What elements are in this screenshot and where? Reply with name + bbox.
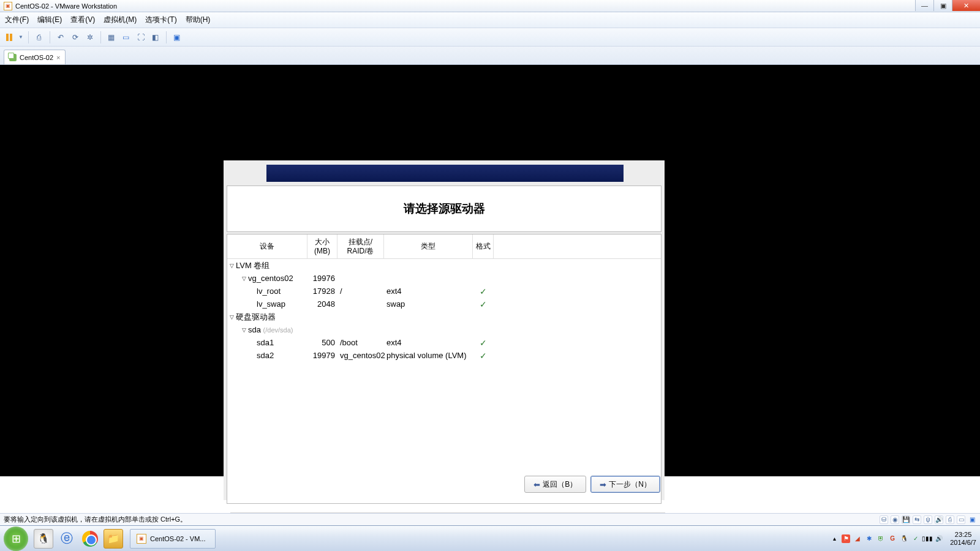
col-type[interactable]: 类型 [384, 234, 473, 258]
group-hdd[interactable]: ▽硬盘驱动器 [227, 310, 661, 323]
expand-icon[interactable]: ▽ [239, 276, 248, 282]
row-lv-swap[interactable]: lv_swap 2048 swap ✓ [227, 298, 661, 310]
menu-file[interactable]: 文件(F) [5, 15, 29, 25]
sound-icon[interactable]: 🔊 [935, 515, 943, 524]
size-value: 500 [307, 338, 337, 347]
next-arrow-icon: ➡ [600, 480, 606, 489]
type-value: swap [384, 299, 473, 309]
back-label: 返回（B） [543, 479, 577, 490]
installer-banner [266, 165, 624, 182]
windows-taskbar: ⊞ 🐧 ⓔ 📁 ▣ CentOS-02 - VM... ▴ ⚑ ◢ ✱ ⛨ G … [0, 525, 980, 551]
menu-edit[interactable]: 编辑(E) [37, 15, 62, 25]
back-button[interactable]: ⬅ 返回（B） [524, 476, 586, 493]
pause-vm-icon[interactable] [4, 32, 15, 43]
menu-tabs[interactable]: 选项卡(T) [145, 15, 176, 25]
row-sda[interactable]: ▽sda (/dev/sda) [227, 323, 661, 336]
type-value: ext4 [384, 287, 473, 296]
size-value: 17928 [307, 287, 337, 296]
row-vg-centos02[interactable]: ▽vg_centos02 19976 [227, 272, 661, 285]
next-button[interactable]: ➡ 下一步（N） [590, 476, 660, 493]
col-size[interactable]: 大小 (MB) [307, 234, 337, 258]
installer-title: 请选择源驱动器 [227, 186, 662, 232]
tray-volume-icon[interactable]: 🔊 [935, 534, 943, 543]
unity-icon[interactable]: ◧ [150, 32, 161, 43]
vm-device-icons: ⛁ ◉ 💾 ⇆ ψ 🔊 ⎙ ▭ ▣ [880, 515, 976, 524]
hdd-icon[interactable]: ⛁ [880, 515, 888, 524]
col-device[interactable]: 设备 [227, 234, 307, 258]
stretch-icon[interactable]: ▣ [172, 32, 183, 43]
device-name: lv_swap [257, 299, 285, 309]
partition-rows: ▽LVM 卷组 ▽vg_centos02 19976 lv_root 17928… [227, 259, 661, 362]
partition-panel: 设备 大小 (MB) 挂载点/ RAID/卷 类型 格式 ▽LVM 卷组 ▽vg… [227, 234, 662, 504]
taskbar-clock[interactable]: 23:25 2014/6/7 [950, 531, 976, 546]
message-icon[interactable]: ▣ [968, 515, 976, 524]
tray-qq-icon[interactable]: 🐧 [900, 534, 908, 543]
partition-table-header: 设备 大小 (MB) 挂载点/ RAID/卷 类型 格式 [227, 234, 661, 259]
ie-icon[interactable]: ⓔ [57, 529, 77, 549]
format-check-icon: ✓ [473, 287, 494, 296]
row-lv-root[interactable]: lv_root 17928 / ext4 ✓ [227, 285, 661, 298]
window-maximize-button[interactable]: ▣ [933, 0, 952, 11]
device-name: sda1 [257, 338, 274, 347]
usb-icon[interactable]: ψ [924, 515, 932, 524]
tray-network-icon[interactable]: ▯▮▮ [923, 534, 932, 543]
group-lvm[interactable]: ▽LVM 卷组 [227, 259, 661, 272]
explorer-icon[interactable]: 📁 [104, 529, 123, 549]
qq-icon[interactable]: 🐧 [34, 529, 53, 549]
thumbnail-icon[interactable]: ▦ [106, 32, 117, 43]
power-dropdown-icon[interactable]: ▼ [18, 34, 23, 40]
installer-dialog: 请选择源驱动器 设备 大小 (MB) 挂载点/ RAID/卷 类型 格式 ▽LV… [224, 160, 665, 500]
toolbar-separator [166, 31, 167, 43]
format-check-icon: ✓ [473, 351, 494, 361]
system-tray: ▴ ⚑ ◢ ✱ ⛨ G 🐧 ✓ ▯▮▮ 🔊 23:25 2014/6/7 [830, 531, 976, 546]
expand-icon[interactable]: ▽ [239, 327, 248, 333]
expand-icon[interactable]: ▽ [227, 314, 236, 320]
col-mount[interactable]: 挂载点/ RAID/卷 [337, 234, 384, 258]
tray-bluetooth-icon[interactable]: ✱ [865, 534, 873, 543]
menu-help[interactable]: 帮助(H) [186, 15, 211, 25]
vm-tab-centos02[interactable]: CentOS-02 × [4, 50, 66, 64]
size-value: 2048 [307, 299, 337, 309]
mount-value: / [337, 287, 384, 296]
row-sda1[interactable]: sda1 500 /boot ext4 ✓ [227, 336, 661, 349]
tray-safe-icon[interactable]: ✓ [911, 534, 920, 543]
vmware-app-icon: ▣ [4, 2, 12, 10]
console-icon[interactable]: ▭ [121, 32, 132, 43]
taskbar-task-vmware[interactable]: ▣ CentOS-02 - VM... [130, 529, 216, 549]
menu-vm[interactable]: 虚拟机(M) [104, 15, 137, 25]
toolbar-separator [28, 31, 29, 43]
col-format[interactable]: 格式 [473, 234, 494, 258]
printer-icon[interactable]: ⎙ [946, 515, 954, 524]
expand-icon[interactable]: ▽ [227, 263, 236, 269]
vm-tab-label: CentOS-02 [20, 54, 53, 61]
clock-time: 23:25 [950, 531, 976, 539]
revert-icon[interactable]: ↶ [55, 32, 66, 43]
cd-icon[interactable]: ◉ [891, 515, 899, 524]
row-sda2[interactable]: sda2 19979 vg_centos02 physical volume (… [227, 349, 661, 362]
floppy-icon[interactable]: 💾 [902, 515, 910, 524]
device-name: sda [248, 325, 261, 334]
display-icon[interactable]: ▭ [957, 515, 965, 524]
vm-tab-icon [9, 54, 17, 61]
tray-action-icon[interactable]: ◢ [853, 534, 862, 543]
window-minimize-button[interactable]: — [915, 0, 933, 11]
tray-g-icon[interactable]: G [888, 534, 897, 543]
tray-show-hidden-icon[interactable]: ▴ [830, 534, 839, 543]
snapshot-icon[interactable]: ⎙ [34, 32, 45, 43]
back-arrow-icon: ⬅ [533, 480, 540, 489]
menu-view[interactable]: 查看(V) [70, 15, 95, 25]
vm-viewport[interactable]: 请选择源驱动器 设备 大小 (MB) 挂载点/ RAID/卷 类型 格式 ▽LV… [0, 65, 980, 476]
type-value: physical volume (LVM) [384, 351, 473, 360]
device-name: vg_centos02 [248, 274, 293, 283]
toolbar-separator [50, 31, 50, 43]
snapshot-manager-icon[interactable]: ⟳ [70, 32, 81, 43]
network-icon[interactable]: ⇆ [913, 515, 921, 524]
manage-icon[interactable]: ✲ [85, 32, 96, 43]
tray-flag-icon[interactable]: ⚑ [842, 534, 850, 543]
start-button[interactable]: ⊞ [4, 527, 28, 551]
vm-tab-close-icon[interactable]: × [56, 54, 60, 61]
fullscreen-icon[interactable]: ⛶ [135, 32, 146, 43]
chrome-icon[interactable] [80, 529, 100, 549]
window-close-button[interactable]: ✕ [952, 0, 980, 11]
tray-shield-icon[interactable]: ⛨ [876, 534, 885, 543]
